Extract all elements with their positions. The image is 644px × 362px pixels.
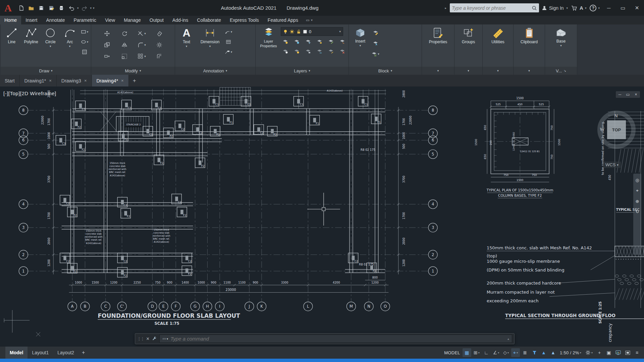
ellipse-tool[interactable]: ▾ [80, 38, 89, 46]
ribbon-tab-featured-apps[interactable]: Featured Apps [263, 16, 303, 24]
viewport-minimize-icon[interactable]: ─ [616, 91, 624, 98]
new-file-button[interactable] [16, 3, 26, 13]
undo-dropdown-icon[interactable]: ▾ [77, 6, 79, 10]
layer-freeze-tool[interactable] [304, 38, 312, 46]
new-drawing-button[interactable]: + [129, 75, 140, 86]
utilities-button[interactable]: Utilities [485, 26, 511, 67]
viewport-close-icon[interactable]: × [632, 91, 640, 98]
layer-on-bulb-icon[interactable] [283, 29, 288, 34]
undo-button[interactable] [66, 3, 76, 13]
insert-block-tool[interactable]: Insert ▾ [351, 26, 370, 67]
annotation-extra-tool[interactable]: ▾ [224, 48, 233, 56]
layout-tab-layout2[interactable]: Layout2 [53, 347, 78, 359]
groups-button[interactable]: Groups [457, 26, 480, 67]
sign-in-button[interactable]: Sign In ▾ [542, 5, 569, 11]
quick-access-customize-icon[interactable]: ▾ [93, 6, 95, 10]
polar-tracking-toggle[interactable]: ∠▾ [491, 348, 501, 357]
clean-screen-button[interactable] [623, 348, 632, 357]
customize-button[interactable]: ≡ [633, 348, 641, 357]
ribbon-tab-annotate[interactable]: Annotate [42, 16, 69, 24]
app-store-cart-icon[interactable] [571, 5, 577, 11]
polyline-tool[interactable]: Polyline [22, 26, 40, 67]
line-tool[interactable]: Line [3, 26, 21, 67]
save-button[interactable] [36, 3, 46, 13]
layer-off-tool[interactable] [281, 38, 289, 46]
minimize-button[interactable]: ─ [602, 0, 616, 16]
panel-properties-footer[interactable]: ▾ [422, 67, 454, 75]
ribbon-tab-express-tools[interactable]: Express Tools [225, 16, 263, 24]
layer-dropdown[interactable]: 0 ▾ [281, 27, 343, 36]
model-space-toggle[interactable]: MODEL [442, 348, 462, 357]
panel-utilities-footer[interactable]: ▾ [483, 67, 513, 75]
maximize-button[interactable]: ▭ [616, 0, 630, 16]
annotation-autoscale-toggle[interactable]: ▲ [549, 348, 557, 357]
layer-properties-button[interactable]: Layer Properties [258, 26, 279, 67]
circle-tool[interactable]: Circle ▾ [42, 26, 60, 67]
nav-zoom-icon[interactable]: ⊕ [636, 199, 639, 204]
graphics-performance-button[interactable] [614, 348, 623, 357]
doc-tab-drawing4-[interactable]: Drawing4*× [92, 75, 129, 86]
mirror-tool[interactable] [120, 41, 129, 49]
explode-tool[interactable] [155, 41, 164, 49]
arc-tool[interactable]: Arc ▾ [61, 26, 79, 67]
object-snap-toggle[interactable]: ⌖▾ [511, 348, 520, 357]
panel-launcher-icon[interactable]: ↘ [564, 69, 566, 72]
sign-in-dropdown-icon[interactable]: ▾ [567, 6, 568, 10]
new-layout-button[interactable]: + [78, 350, 88, 356]
navigation-bar[interactable]: ◎ ⌖ ⊕ ↻ [633, 174, 641, 255]
doc-tab-close-icon[interactable]: × [84, 78, 87, 83]
help-button[interactable]: ?▾ [590, 5, 600, 11]
viewcube-north-label[interactable]: N [614, 113, 618, 118]
rectangle-tool[interactable]: ▾ [80, 28, 89, 36]
viewport-controls[interactable]: [-][Top][2D Wireframe] [3, 90, 56, 96]
panel-clipboard-footer[interactable]: ▾ [514, 67, 545, 75]
doc-tab-drawing3[interactable]: Drawing3× [57, 75, 92, 86]
layer-delete-tool[interactable] [338, 47, 346, 55]
layer-color-swatch[interactable] [303, 29, 307, 34]
nav-wheel-icon[interactable]: ◎ [635, 178, 639, 183]
grid-display-toggle[interactable]: ▦ [463, 348, 471, 357]
command-input[interactable] [170, 336, 505, 342]
ribbon-tab-collaborate[interactable]: Collaborate [193, 16, 225, 24]
base-button[interactable]: Base ▾ [548, 26, 575, 67]
rotate-tool[interactable] [120, 29, 129, 38]
search-arrow-icon[interactable]: ▸ [445, 6, 446, 10]
dimension-dropdown-icon[interactable]: ▾ [209, 45, 211, 48]
wcs-selector[interactable]: WCS ▾ [603, 162, 621, 168]
text-tool[interactable]: A Text ▾ [177, 26, 196, 67]
panel-groups-footer[interactable]: ▾ [454, 67, 482, 75]
panel-modify-footer[interactable]: Modify▾ [91, 67, 175, 75]
layer-freeze-sun-icon[interactable] [289, 29, 294, 34]
move-tool[interactable] [103, 29, 111, 38]
layer-dropdown-caret-icon[interactable]: ▾ [339, 30, 341, 33]
ribbon-display-toggle[interactable]: ▭ ▾ [303, 16, 317, 24]
doc-tab-drawing1-[interactable]: Drawing1*× [20, 75, 57, 86]
open-file-button[interactable] [26, 3, 36, 13]
copy-tool[interactable] [103, 41, 111, 49]
edit-block-tool[interactable] [371, 28, 380, 37]
layer-on-tool[interactable] [281, 47, 289, 55]
ortho-toggle[interactable]: ∟ [482, 348, 491, 357]
fillet-tool[interactable]: ▾ [138, 41, 146, 49]
viewcube[interactable]: N W TOP [596, 109, 637, 150]
layer-lock-tool[interactable] [315, 38, 324, 46]
close-button[interactable]: × [630, 0, 644, 16]
hatch-tool[interactable] [80, 48, 89, 56]
ribbon-tab-insert[interactable]: Insert [21, 16, 42, 24]
lineweight-toggle[interactable]: ≣ [521, 348, 529, 357]
layer-lock-icon[interactable] [296, 29, 301, 34]
ribbon-tab-manage[interactable]: Manage [119, 16, 145, 24]
doc-tab-close-icon[interactable]: × [121, 78, 124, 83]
circle-dropdown-icon[interactable]: ▾ [50, 45, 51, 48]
command-history-icon[interactable]: ▴ [507, 337, 509, 341]
ribbon-tab-add-ins[interactable]: Add-ins [168, 16, 193, 24]
autocad-logo-icon[interactable]: A [0, 0, 16, 16]
array-tool[interactable]: ▾ [138, 52, 146, 60]
annotation-scale-button[interactable]: 1:50 / 2%▾ [558, 348, 583, 357]
isolate-objects-button[interactable]: ▣ [604, 348, 613, 357]
command-input-field[interactable]: ▭▾ ▴ [159, 335, 512, 343]
panel-view-footer[interactable]: V...↘ [545, 67, 577, 75]
doc-tab-close-icon[interactable]: × [49, 78, 52, 83]
trim-tool[interactable]: ▾ [138, 29, 146, 38]
viewport-restore-icon[interactable]: ▭ [624, 91, 632, 98]
